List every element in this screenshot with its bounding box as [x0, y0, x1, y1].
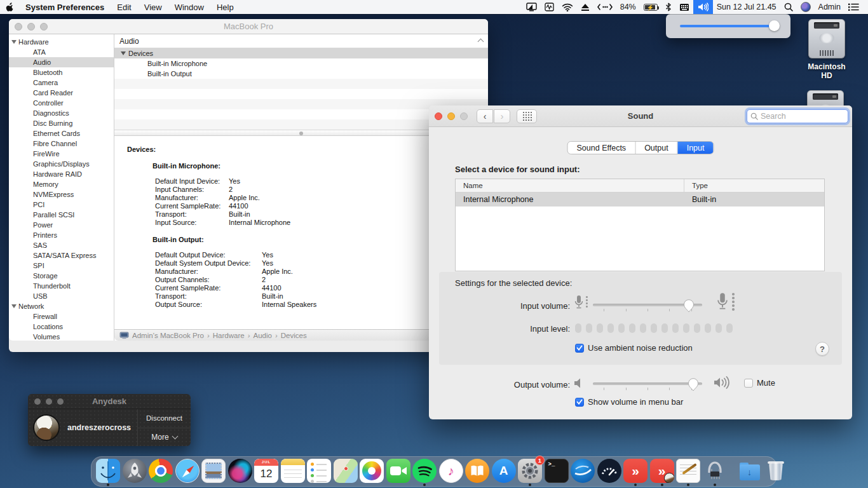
screen-mirroring-icon[interactable] — [522, 0, 541, 14]
sidebar-item-ata[interactable]: ATA — [9, 47, 114, 57]
search-input[interactable] — [761, 112, 837, 121]
remote-session-icon[interactable] — [593, 0, 616, 14]
dock-icon-notes[interactable] — [281, 458, 305, 485]
breadcrumb-segment[interactable]: Admin’s MacBook Pro — [132, 332, 204, 339]
more-button[interactable]: More — [138, 428, 191, 447]
show-all-button[interactable] — [517, 109, 537, 123]
sidebar-item-sas[interactable]: SAS — [9, 240, 114, 250]
menubar-user-name[interactable]: Admin — [815, 3, 844, 11]
sidebar-item-audio[interactable]: Audio — [9, 57, 114, 67]
fast-user-switch-icon[interactable] — [844, 0, 868, 14]
dock-icon-chip-tool[interactable] — [703, 458, 727, 485]
output-volume-thumb[interactable] — [688, 377, 699, 391]
ambient-noise-checkbox[interactable]: Use ambient noise reduction — [575, 343, 693, 353]
dock-icon-finder[interactable] — [96, 458, 120, 485]
apple-menu[interactable] — [0, 2, 19, 12]
search-field[interactable] — [747, 109, 848, 123]
sidebar-item-controller[interactable]: Controller — [9, 98, 114, 108]
output-volume-slider[interactable] — [593, 376, 702, 393]
sidebar-item-usb[interactable]: USB — [9, 291, 114, 301]
close-button[interactable] — [435, 112, 442, 120]
sidebar-item-firewire[interactable]: FireWire — [9, 149, 114, 159]
back-button[interactable]: ‹ — [477, 109, 493, 123]
dock-icon-facetime[interactable] — [386, 458, 410, 485]
column-name[interactable]: Name — [456, 179, 684, 193]
dock-icon-trash[interactable] — [764, 458, 788, 485]
dock-icon-chrome[interactable] — [149, 458, 173, 485]
breadcrumb-segment[interactable]: Audio — [253, 332, 271, 339]
dock-icon-terminal[interactable]: >_ — [545, 458, 569, 485]
sidebar-item-locations[interactable]: Locations — [9, 322, 114, 332]
dock-icon-books[interactable] — [465, 458, 489, 485]
sidebar-item-storage[interactable]: Storage — [9, 271, 114, 281]
menu-help[interactable]: Help — [210, 3, 240, 12]
sidebar-item-spi[interactable]: SPI — [9, 261, 114, 271]
sidebar-item-ethernet-cards[interactable]: Ethernet Cards — [9, 128, 114, 139]
sidebar-item-bluetooth[interactable]: Bluetooth — [9, 67, 114, 78]
dock-icon-speedtest[interactable] — [597, 458, 621, 485]
sidebar-item-card-reader[interactable]: Card Reader — [9, 88, 114, 98]
tab-input[interactable]: Input — [678, 142, 714, 154]
activity-monitor-icon[interactable] — [541, 0, 558, 14]
sidebar-item-network[interactable]: Network — [9, 301, 114, 311]
sidebar-item-diagnostics[interactable]: Diagnostics — [9, 108, 114, 118]
minimize-button[interactable] — [447, 112, 455, 120]
dock-icon-app-store[interactable]: A — [492, 458, 516, 485]
input-source-icon[interactable] — [675, 0, 693, 14]
chevron-up-icon[interactable] — [478, 39, 484, 45]
zoom-button[interactable] — [460, 112, 468, 120]
dock-icon-anydesk-session[interactable]: » — [650, 458, 674, 485]
sidebar-item-fibre-channel[interactable]: Fibre Channel — [9, 139, 114, 149]
sidebar-item-sata-sata-express[interactable]: SATA/SATA Express — [9, 250, 114, 261]
dock-icon-siri[interactable] — [228, 458, 252, 485]
dock-icon-calendar[interactable]: JUL12 — [254, 458, 278, 485]
sidebar-item-disc-burning[interactable]: Disc Burning — [9, 118, 114, 128]
menu-edit[interactable]: Edit — [111, 3, 137, 12]
menu-window[interactable]: Window — [168, 3, 210, 12]
tree-item-devices[interactable]: Devices — [114, 48, 488, 58]
sidebar-item-graphics-displays[interactable]: Graphics/Displays — [9, 159, 114, 169]
dock-icon-safari[interactable] — [175, 458, 200, 485]
sidebar-item-volumes[interactable]: Volumes — [9, 332, 114, 341]
volume-popup-thumb[interactable] — [769, 20, 780, 31]
spotlight-icon[interactable] — [780, 0, 797, 14]
dock-icon-spotify[interactable] — [412, 458, 437, 485]
anydesk-titlebar[interactable]: Anydesk — [28, 394, 191, 409]
sidebar-item-camera[interactable]: Camera — [9, 78, 114, 88]
dock-icon-itunes[interactable]: ♪ — [439, 458, 463, 485]
forward-button[interactable]: › — [494, 109, 510, 123]
dock-icon-photos[interactable] — [360, 458, 384, 485]
disconnect-button[interactable]: Disconnect — [138, 409, 191, 428]
bluetooth-icon[interactable] — [661, 0, 675, 14]
dock-icon-winbox[interactable] — [571, 458, 595, 485]
dock-icon-reminders[interactable] — [307, 458, 331, 485]
menubar-app-name[interactable]: System Preferences — [19, 3, 111, 12]
menu-view[interactable]: View — [138, 3, 168, 12]
sidebar-item-thunderbolt[interactable]: Thunderbolt — [9, 281, 114, 291]
volume-popup-track[interactable] — [680, 25, 779, 27]
tab-output[interactable]: Output — [635, 142, 678, 154]
sidebar-item-printers[interactable]: Printers — [9, 230, 114, 240]
tree-item-built-in-output[interactable]: Built-in Output — [114, 69, 488, 79]
dock-icon-downloads[interactable]: ↓ — [738, 458, 762, 485]
menubar-clock[interactable]: Sun 12 Jul 21.45 — [713, 3, 780, 11]
input-volume-slider[interactable] — [593, 297, 702, 314]
sidebar-item-power[interactable]: Power — [9, 220, 114, 230]
sidebar-item-parallel-scsi[interactable]: Parallel SCSI — [9, 210, 114, 220]
dock-icon-maps[interactable] — [334, 458, 358, 485]
sidebar-item-nvmexpress[interactable]: NVMExpress — [9, 189, 114, 200]
table-header[interactable]: Name Type — [456, 179, 824, 193]
sidebar-item-hardware[interactable]: Hardware — [9, 37, 114, 47]
desktop-drive-macintosh-hd[interactable]: Macintosh HD — [808, 19, 846, 80]
dock-icon-launchpad[interactable] — [123, 458, 147, 485]
show-volume-menubar-checkbox[interactable]: Show volume in menu bar — [575, 397, 683, 407]
device-row-internal-microphone[interactable]: Internal MicrophoneBuilt-in — [456, 193, 824, 207]
eject-icon[interactable] — [577, 0, 593, 14]
column-type[interactable]: Type — [684, 182, 708, 189]
wifi-icon[interactable] — [558, 0, 577, 14]
dock-icon-anydesk[interactable]: » — [623, 458, 648, 485]
breadcrumb-segment[interactable]: Devices — [281, 332, 307, 339]
dock-icon-mail[interactable] — [201, 458, 226, 485]
sysinfo-titlebar[interactable]: MacBook Pro — [9, 19, 488, 34]
tree-item-built-in-microphone[interactable]: Built-in Microphone — [114, 58, 488, 69]
